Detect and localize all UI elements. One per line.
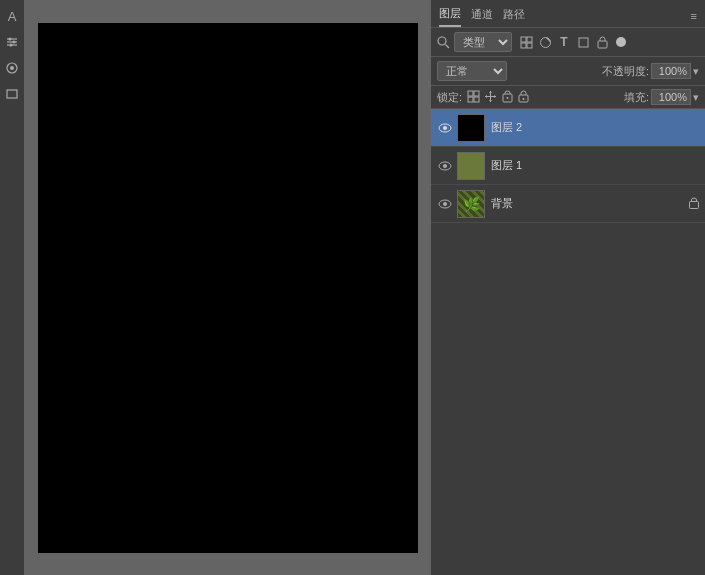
lock-row: 锁定: [431, 86, 705, 109]
svg-rect-12 [527, 37, 532, 42]
fill-label: 填充: [624, 90, 649, 105]
search-icon [437, 36, 450, 49]
filter-dot-icon[interactable] [613, 34, 629, 50]
type-tool-icon[interactable]: A [2, 6, 22, 26]
svg-marker-27 [494, 95, 496, 98]
lock-pixels-icon[interactable] [467, 90, 480, 105]
filter-smartobj-icon[interactable] [594, 34, 610, 50]
blend-mode-select[interactable]: 正常 [437, 61, 507, 81]
svg-point-5 [10, 44, 13, 47]
svg-marker-24 [489, 91, 492, 93]
layer-bg-name: 背景 [491, 196, 685, 211]
svg-point-35 [443, 164, 447, 168]
opacity-value[interactable]: 100% [651, 63, 691, 79]
svg-rect-38 [690, 201, 699, 208]
svg-rect-19 [474, 91, 479, 96]
svg-rect-20 [468, 97, 473, 102]
opacity-control: 不透明度: 100% ▾ [602, 63, 699, 79]
svg-rect-16 [579, 38, 588, 47]
canvas-document [38, 23, 418, 553]
filter-icons: T [518, 34, 629, 50]
tab-paths[interactable]: 路径 [503, 5, 525, 26]
svg-point-33 [443, 126, 447, 130]
lock-all-icon[interactable] [518, 90, 529, 105]
fill-chevron-icon[interactable]: ▾ [693, 91, 699, 104]
layer-1-thumbnail [457, 152, 485, 180]
opacity-chevron-icon[interactable]: ▾ [693, 65, 699, 78]
opacity-label: 不透明度: [602, 64, 649, 79]
filter-shape-icon[interactable] [575, 34, 591, 50]
svg-point-9 [438, 37, 446, 45]
layer-bg-thumbnail [457, 190, 485, 218]
svg-rect-14 [527, 43, 532, 48]
circle-tool-icon[interactable] [2, 58, 22, 78]
layer-1-name: 图层 1 [491, 158, 699, 173]
svg-marker-25 [489, 100, 492, 102]
layer-item-background[interactable]: 背景 [431, 185, 705, 223]
fill-control: 填充: 100% ▾ [624, 89, 699, 105]
tab-channels[interactable]: 通道 [471, 5, 493, 26]
svg-line-10 [446, 44, 450, 48]
layer-1-visibility-icon[interactable] [437, 161, 453, 171]
filter-pixel-icon[interactable] [518, 34, 534, 50]
right-panel: 图层 通道 路径 ≡ 类型 [431, 0, 705, 575]
fill-value[interactable]: 100% [651, 89, 691, 105]
layer-bg-lock-icon [689, 197, 699, 211]
tab-layers[interactable]: 图层 [439, 4, 461, 27]
left-toolbar: A [0, 0, 24, 575]
canvas-area [24, 0, 431, 575]
rect-tool-icon[interactable] [2, 84, 22, 104]
svg-marker-26 [485, 95, 487, 98]
blend-opacity-row: 正常 不透明度: 100% ▾ [431, 57, 705, 86]
layer-item-1[interactable]: 图层 1 [431, 147, 705, 185]
svg-rect-17 [598, 41, 607, 48]
svg-rect-21 [474, 97, 479, 102]
svg-rect-13 [521, 43, 526, 48]
lock-label: 锁定: [437, 90, 462, 105]
filter-adjustment-icon[interactable] [537, 34, 553, 50]
adjust-icon[interactable] [2, 32, 22, 52]
svg-point-29 [507, 97, 509, 99]
svg-point-4 [13, 41, 16, 44]
svg-point-37 [443, 202, 447, 206]
layers-list: 图层 2 图层 1 [431, 109, 705, 575]
layer-2-name: 图层 2 [491, 120, 699, 135]
filter-bar: 类型 T [431, 28, 705, 57]
lock-position-icon[interactable] [484, 90, 497, 105]
lock-icons-group [467, 90, 529, 105]
panel-menu-button[interactable]: ≡ [691, 10, 697, 22]
svg-point-7 [10, 66, 14, 70]
filter-text-icon[interactable]: T [556, 34, 572, 50]
layer-bg-visibility-icon[interactable] [437, 199, 453, 209]
svg-rect-8 [7, 90, 17, 98]
filter-type-select[interactable]: 类型 [454, 32, 512, 52]
svg-point-31 [523, 98, 525, 100]
svg-rect-18 [468, 91, 473, 96]
panel-tabs: 图层 通道 路径 ≡ [431, 0, 705, 28]
lock-artboard-icon[interactable] [501, 90, 514, 105]
layer-item-2[interactable]: 图层 2 [431, 109, 705, 147]
svg-rect-11 [521, 37, 526, 42]
layer-2-visibility-icon[interactable] [437, 123, 453, 133]
svg-point-3 [9, 38, 12, 41]
layer-2-thumbnail [457, 114, 485, 142]
